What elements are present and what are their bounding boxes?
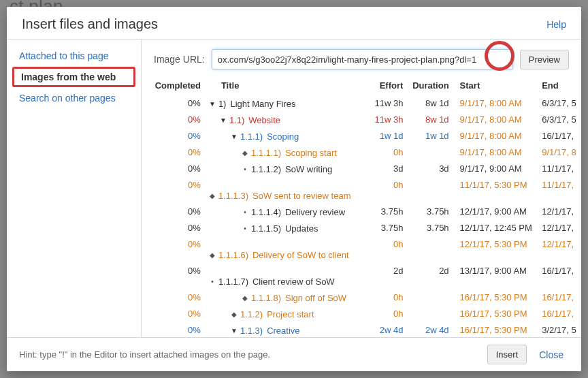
cell-effort: 2w 4d — [364, 323, 407, 337]
cell-effort: 0h — [364, 237, 407, 264]
task-table: Completed Title Effort Duration Start En… — [142, 78, 581, 337]
wbs-number: 1.1.1.1) — [251, 148, 281, 158]
task-bullet-icon: • — [209, 277, 216, 287]
table-row[interactable]: 0%▼1.1.1)Scoping1w 1d1w 1d9/1/17, 8:00 A… — [142, 129, 581, 145]
cell-end: 12/1/17, — [538, 204, 581, 221]
cell-effort: 3d — [364, 161, 407, 178]
insert-button[interactable]: Insert — [487, 345, 527, 364]
table-row[interactable]: 0%◆1.1.1.3)SoW sent to review team0h11/1… — [142, 178, 581, 204]
table-row[interactable]: 0%◆1.1.1.6)Delivery of SoW to client0h12… — [142, 237, 581, 264]
cell-title: ▼1.1.3)Creative — [205, 323, 364, 337]
cell-title: ▼1.1.1)Scoping — [205, 129, 364, 145]
cell-effort: 0h — [364, 145, 407, 161]
cell-start: 9/1/17, 8:00 AM — [453, 96, 538, 112]
wbs-number: 1.1.3) — [240, 326, 263, 336]
table-row[interactable]: 0%•1.1.1.2)SoW writing3d3d9/1/17, 9:00 A… — [142, 161, 581, 178]
cell-title: ◆1.1.1.8)Sign off of SoW — [205, 290, 364, 306]
col-completed: Completed — [142, 78, 205, 96]
table-row[interactable]: 0%•1.1.1.4)Delivery review3.75h3.75h12/1… — [142, 204, 581, 221]
cell-duration: 2d — [407, 264, 453, 290]
table-row[interactable]: 0%•1.1.1.7)Client review of SoW2d2d13/1/… — [142, 264, 581, 290]
cell-completed: 0% — [142, 96, 205, 112]
wbs-number: 1.1.1.5) — [251, 223, 281, 234]
cell-completed: 0% — [142, 237, 205, 264]
expand-toggle-icon[interactable]: ▼ — [231, 131, 238, 142]
cell-end: 16/1/17, — [538, 306, 581, 323]
cell-end: 16/1/17, — [538, 290, 581, 306]
cell-completed: 0% — [142, 221, 205, 237]
sidebar-item-attached[interactable]: Attached to this page — [7, 46, 141, 65]
wbs-number: 1.1) — [229, 115, 244, 125]
source-sidebar: Attached to this page Images from the we… — [7, 40, 142, 337]
cell-end: 16/1/17, — [538, 264, 581, 290]
col-duration: Duration — [407, 78, 453, 96]
sidebar-item-web[interactable]: Images from the web — [14, 69, 133, 85]
preview-button[interactable]: Preview — [520, 50, 569, 69]
table-row[interactable]: 0%▼1.1)Website11w 3h8w 1d9/1/17, 8:00 AM… — [142, 112, 581, 129]
dialog-title: Insert files and images — [22, 16, 158, 32]
close-button[interactable]: Close — [534, 345, 569, 364]
cell-start: 9/1/17, 8:00 AM — [453, 129, 538, 145]
cell-duration: 8w 1d — [407, 96, 453, 112]
table-row[interactable]: 0%•1.1.1.5)Updates3.75h3.75h12/1/17, 12:… — [142, 221, 581, 237]
annotation-highlight: Images from the web — [12, 67, 135, 87]
cell-effort: 0h — [364, 290, 407, 306]
table-row[interactable]: 0%▼1)Light Many Fires11w 3h8w 1d9/1/17, … — [142, 96, 581, 112]
insert-files-dialog: Insert files and images Help Attached to… — [7, 7, 581, 371]
cell-end: 6/3/17, 5 — [538, 112, 581, 129]
task-title: Scoping start — [285, 148, 337, 158]
help-link[interactable]: Help — [546, 19, 566, 30]
wbs-number: 1.1.1.8) — [251, 293, 281, 303]
cell-end: 16/1/17, — [538, 129, 581, 145]
wbs-number: 1.1.1.6) — [218, 250, 248, 260]
table-row[interactable]: 0%◆1.1.1.8)Sign off of SoW0h16/1/17, 5:3… — [142, 290, 581, 306]
cell-completed: 0% — [142, 178, 205, 204]
col-effort: Effort — [364, 78, 407, 96]
footer-hint: Hint: type "!" in the Editor to insert a… — [19, 349, 480, 360]
task-title: Client review of SoW — [252, 277, 335, 287]
cell-start: 13/1/17, 9:00 AM — [453, 264, 538, 290]
cell-effort: 11w 3h — [364, 96, 407, 112]
task-title: Project start — [267, 309, 314, 319]
dialog-header: Insert files and images Help — [7, 7, 581, 39]
expand-toggle-icon[interactable]: ▼ — [209, 99, 216, 110]
cell-effort: 0h — [364, 178, 407, 204]
cell-completed: 0% — [142, 112, 205, 129]
task-title: Updates — [285, 223, 318, 234]
expand-toggle-icon[interactable]: ▼ — [231, 326, 238, 336]
cell-duration: 3d — [407, 161, 453, 178]
cell-end: 12/1/17, — [538, 221, 581, 237]
wbs-number: 1.1.1.3) — [218, 191, 248, 201]
cell-effort: 2d — [364, 264, 407, 290]
col-start: Start — [453, 78, 538, 96]
cell-duration — [407, 237, 453, 264]
cell-title: •1.1.1.5)Updates — [205, 221, 364, 237]
cell-title: ▼1)Light Many Fires — [205, 96, 364, 112]
sidebar-item-search[interactable]: Search on other pages — [7, 89, 141, 108]
table-row[interactable]: 0%▼1.1.3)Creative2w 4d2w 4d16/1/17, 5:30… — [142, 323, 581, 337]
cell-start: 12/1/17, 9:00 AM — [453, 204, 538, 221]
cell-completed: 0% — [142, 306, 205, 323]
task-bullet-icon: • — [242, 207, 248, 218]
cell-end: 12/1/17, — [538, 237, 581, 264]
preview-grid: Completed Title Effort Duration Start En… — [142, 78, 581, 337]
wbs-number: 1.1.1.7) — [218, 277, 248, 287]
dialog-body: Attached to this page Images from the we… — [7, 39, 581, 337]
task-title: SoW sent to review team — [252, 191, 351, 201]
milestone-icon: ◆ — [242, 293, 248, 304]
cell-duration: 3.75h — [407, 204, 453, 221]
cell-title: •1.1.1.7)Client review of SoW — [205, 264, 364, 290]
cell-title: ◆1.1.2)Project start — [205, 306, 364, 323]
cell-start: 9/1/17, 8:00 AM — [453, 145, 538, 161]
wbs-number: 1.1.1.4) — [251, 207, 281, 217]
cell-duration: 3.75h — [407, 221, 453, 237]
cell-effort: 3.75h — [364, 221, 407, 237]
dialog-footer: Hint: type "!" in the Editor to insert a… — [7, 337, 581, 371]
expand-toggle-icon[interactable]: ▼ — [220, 115, 227, 126]
cell-duration: 8w 1d — [407, 112, 453, 129]
image-url-input[interactable] — [212, 49, 513, 69]
milestone-icon: ◆ — [209, 250, 216, 261]
table-row[interactable]: 0%◆1.1.2)Project start0h16/1/17, 5:30 PM… — [142, 306, 581, 323]
table-row[interactable]: 0%◆1.1.1.1)Scoping start0h9/1/17, 8:00 A… — [142, 145, 581, 161]
cell-completed: 0% — [142, 161, 205, 178]
